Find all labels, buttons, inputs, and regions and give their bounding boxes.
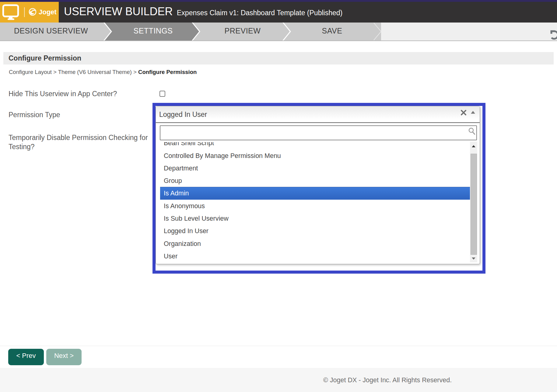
svg-text:Joget: Joget (39, 8, 57, 16)
